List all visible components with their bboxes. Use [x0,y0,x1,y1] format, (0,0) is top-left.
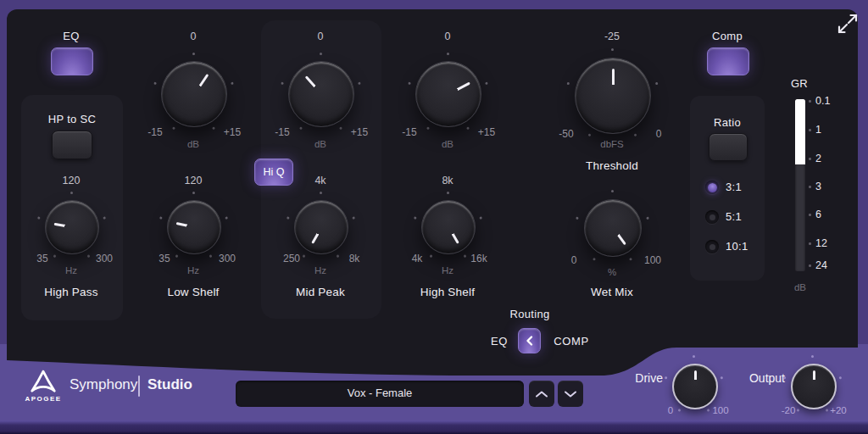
threshold-knob[interactable] [575,58,651,134]
threshold-value: -25 [561,31,663,42]
low-shelf-gain-unit: dB [142,139,244,150]
high-pass-value: 120 [20,175,122,186]
drive-knob[interactable] [672,364,718,409]
preset-previous-button[interactable] [529,381,554,407]
high-shelf-freq-unit: Hz [397,265,498,276]
preset-value: Vox - Female [236,387,524,400]
gr-meter-label: GR [786,78,813,91]
high-shelf-freq-min: 4k [405,253,429,265]
gr-tick-label: 6 [815,209,841,220]
routing-label: Routing [487,309,572,321]
gr-meter [795,99,805,271]
eq-section-label: EQ [51,31,92,43]
eq-toggle-button[interactable] [51,47,93,75]
mid-peak-name: Mid Peak [270,286,371,299]
mid-peak-gain-knob[interactable] [288,61,354,127]
mid-peak-gain-unit: dB [270,139,371,150]
low-shelf-gain-min: -15 [142,127,169,139]
low-shelf-name: Low Shelf [142,286,244,299]
routing-direction-button[interactable] [518,328,541,353]
edition-name: Studio [147,376,192,393]
chevron-up-icon [534,389,549,399]
mid-peak-gain-value: 0 [270,31,371,42]
ratio-option-label[interactable]: 10:1 [726,241,763,253]
hp-to-sc-button[interactable] [52,131,92,159]
gr-tick-label: 12 [815,237,841,249]
gr-meter-fill [795,99,805,164]
wet-mix-unit: % [561,267,663,278]
wet-mix-min: 0 [564,255,584,267]
product-name: Symphony [70,376,137,393]
brand-name: APOGEE [19,395,67,403]
ratio-option-label[interactable]: 3:1 [726,181,763,194]
low-shelf-freq-unit: Hz [142,265,244,276]
low-shelf-freq-max: 300 [214,253,241,265]
wet-mix-knob[interactable] [584,199,642,257]
routing-comp-label: COMP [546,336,597,348]
low-shelf-freq-min: 35 [151,253,178,265]
high-shelf-freq-knob[interactable] [421,200,476,254]
apogee-logo-icon [30,370,57,393]
high-shelf-freq-value: 8k [397,175,498,186]
preset-next-button[interactable] [558,381,583,407]
comp-toggle-button[interactable] [707,47,749,75]
routing-eq-label: EQ [484,336,515,348]
low-shelf-gain-value: 0 [142,31,244,42]
mid-peak-gain-max: +15 [346,127,373,139]
high-pass-min: 35 [29,253,56,265]
preset-selector[interactable]: Vox - Female [236,381,524,407]
low-shelf-gain-knob[interactable] [161,61,227,127]
ratio-radio-10-1[interactable] [705,240,719,253]
chevron-left-icon [525,335,535,347]
output-min: -20 [776,405,800,416]
ratio-label: Ratio [690,117,765,130]
high-pass-name: High Pass [20,286,122,299]
mid-peak-freq-max: 8k [342,253,366,265]
gr-tick-label: 0.1 [815,95,841,107]
plugin-window: EQ HP to SC 120 35 300 Hz High Pass 0 -1… [0,0,868,434]
high-shelf-name: High Shelf [397,286,498,299]
brand-divider [138,376,140,397]
gr-unit-label: dB [785,282,815,293]
drive-label: Drive [615,371,663,385]
ratio-option-label[interactable]: 5:1 [726,211,763,224]
threshold-name: Threshold [561,159,663,173]
ratio-radio-3-1[interactable] [705,181,719,194]
high-pass-knob[interactable] [45,200,99,254]
low-shelf-gain-max: +15 [219,127,246,139]
mid-peak-freq-value: 4k [270,175,371,186]
drive-min: 0 [662,405,679,416]
mid-peak-freq-unit: Hz [270,265,371,276]
mid-peak-freq-min: 250 [278,253,305,265]
drive-max: 100 [708,405,733,416]
high-shelf-freq-max: 16k [465,253,493,265]
high-pass-unit: Hz [20,265,122,276]
gr-tick-label: 3 [815,181,841,192]
high-shelf-gain-unit: dB [397,139,498,150]
output-label: Output [726,371,785,385]
comp-section-label: Comp [707,31,748,43]
threshold-unit: dbFS [561,139,663,150]
gr-tick-label: 2 [815,153,841,164]
high-shelf-gain-value: 0 [397,31,498,42]
wet-mix-name: Wet Mix [561,286,663,299]
gr-tick-label: 1 [815,124,841,136]
ratio-button[interactable] [709,133,748,161]
high-shelf-gain-knob[interactable] [415,61,481,127]
wet-mix-max: 100 [639,255,666,267]
chevron-down-icon [563,389,578,399]
mid-peak-freq-knob[interactable] [294,200,348,254]
gr-tick-label: 24 [815,259,841,271]
output-knob[interactable] [791,364,837,409]
hp-to-sc-label: HP to SC [21,114,123,126]
ratio-radio-5-1[interactable] [705,210,719,224]
mid-peak-gain-min: -15 [269,127,296,139]
footer-bottom-strip [0,420,868,434]
expand-icon[interactable] [834,10,861,37]
low-shelf-freq-knob[interactable] [167,200,221,254]
high-shelf-gain-min: -15 [396,127,423,139]
low-shelf-freq-value: 120 [142,175,244,186]
high-pass-max: 300 [91,253,118,265]
output-max: +20 [826,405,851,416]
high-shelf-gain-max: +15 [473,127,500,139]
